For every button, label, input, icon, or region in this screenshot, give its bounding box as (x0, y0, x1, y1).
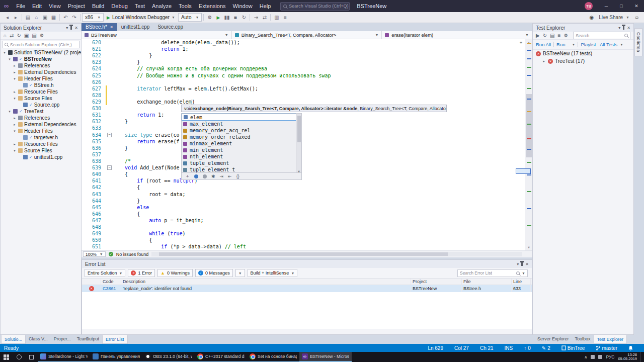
taskbar-app-2[interactable]: OBS 23.1.0 (64-bit, wi... (142, 352, 195, 362)
stop-icon[interactable]: ■ (231, 15, 239, 20)
navigate-back-icon[interactable]: ◂ (3, 15, 12, 20)
expander-icon[interactable]: ▾ (13, 129, 17, 133)
tree-item[interactable]: ▾Header Files (1, 128, 81, 134)
document-tab[interactable]: Source.cpp (153, 23, 187, 31)
tree-item[interactable]: ▾Header Files (1, 75, 81, 82)
horizontal-scrollbar[interactable] (151, 252, 522, 256)
code-line[interactable]: 635 return erase(f (82, 138, 532, 145)
menu-help[interactable]: Help (256, 0, 275, 12)
outgoing-commits-button[interactable]: ↑0 (524, 345, 531, 351)
undo-icon[interactable]: ↶ (61, 15, 70, 20)
breadcrumb-0[interactable]: BSTreeNew▼ (82, 31, 232, 39)
fold-icon[interactable]: − (107, 133, 112, 137)
breadcrumb-2[interactable]: erase(iterator elem)▼ (382, 31, 532, 39)
scrollbar-thumb[interactable] (526, 94, 532, 157)
code-line[interactable]: 641 if (root == nullptr) (82, 177, 532, 184)
filter-events-icon[interactable]: ⇤ (228, 174, 232, 179)
clock[interactable]: 13:28 05.05.2019 (618, 353, 637, 361)
warnings-toggle[interactable]: ▲ 0 Warnings (157, 269, 193, 277)
test-explorer-header[interactable]: Test Explorer ▾ ✕ (533, 24, 633, 32)
code-line[interactable]: 636 } (82, 145, 532, 151)
col-description[interactable]: Description (121, 279, 411, 285)
expander-icon[interactable]: ▸ (13, 123, 17, 127)
completion-item[interactable]: max_element (182, 121, 301, 127)
save-all-icon[interactable]: ▦ (49, 15, 58, 20)
filter-methods-icon[interactable]: ✱ (211, 174, 215, 179)
document-tab[interactable]: BStree.h*✕ (82, 23, 117, 31)
menu-build[interactable]: Build (89, 0, 108, 12)
taskbar-app-3[interactable]: C++2017 standard dr... (195, 352, 247, 362)
scope-combo[interactable]: Entire Solution ▼ (85, 269, 125, 277)
maximize-button[interactable]: □ (614, 0, 629, 12)
code-line[interactable]: 639− void Add_Leaf(Node (82, 164, 532, 171)
taskbar-search-button[interactable] (13, 352, 25, 362)
tree-item[interactable]: ✓unittest1.cpp (1, 154, 81, 160)
step-into-icon[interactable]: ⇥ (252, 15, 260, 20)
code-line[interactable]: 644 } (82, 198, 532, 204)
completion-item[interactable]: elem (182, 114, 301, 121)
expander-icon[interactable]: ▸ (13, 70, 17, 74)
completion-item[interactable]: min_element (182, 147, 301, 153)
filter-snippets-icon[interactable]: {} (236, 174, 239, 179)
code-line[interactable]: 647 auto p = it_begin; (82, 217, 532, 224)
split-window-icon[interactable]: + (518, 40, 524, 45)
feedback-icon[interactable]: ☺ (632, 15, 641, 20)
code-line[interactable]: 642 { (82, 184, 532, 191)
notifications-bell-icon[interactable] (628, 345, 633, 350)
collapse-all-icon[interactable]: ▣ (24, 33, 29, 38)
code-line[interactable]: 637 (82, 151, 532, 158)
zoom-combo[interactable]: 100% ▼ (83, 251, 106, 257)
code-line[interactable]: 632 } (82, 118, 532, 125)
close-button[interactable]: ✕ (629, 0, 644, 12)
test-tree-item[interactable]: ✕BSTreeNew (17 tests) (533, 50, 633, 57)
vertical-scrollbar[interactable]: ▲ ▼ (525, 39, 532, 250)
navigate-forward-icon[interactable]: ▸ (12, 15, 20, 20)
tree-item[interactable]: ▾✓BSTreeNew (1, 56, 81, 62)
error-search-box[interactable]: Search Error List ▼ (457, 269, 528, 277)
start-button[interactable] (0, 352, 13, 362)
expander-icon[interactable]: ▸ (13, 64, 17, 68)
code-line[interactable]: 626 (82, 79, 532, 85)
fold-icon[interactable]: − (107, 165, 112, 170)
completion-item[interactable]: memory_order_acq_rel (182, 127, 301, 134)
errors-toggle[interactable]: ✕ 1 Error (128, 269, 155, 277)
panel-tab-toolbox[interactable]: Toolbox (572, 335, 594, 344)
error-code-cell[interactable]: C3861 (101, 285, 121, 292)
panel-tab-proper-[interactable]: Proper... (51, 335, 74, 344)
error-list-header[interactable]: Error List ▾ ✕ (82, 260, 532, 268)
task-view-button[interactable] (25, 352, 38, 362)
code-line[interactable]: 633 (82, 125, 532, 131)
expander-icon[interactable]: ▸ (542, 59, 546, 63)
properties-icon[interactable]: ⚙ (40, 33, 44, 38)
live-share-button[interactable]: Live Share (599, 15, 623, 20)
tree-item[interactable]: ▸References (1, 115, 81, 121)
tree-item[interactable]: ▸Resource Files (1, 88, 81, 95)
menu-window[interactable]: Window (229, 0, 256, 12)
tree-item[interactable]: ✓Source.cpp (1, 102, 81, 108)
pin-icon[interactable] (521, 262, 523, 266)
solution-search-box[interactable]: Search Solution Explorer (Ctrl+;) (2, 41, 79, 48)
expander-icon[interactable]: ▾ (8, 110, 12, 114)
tree-item[interactable]: ▾Source Files (1, 147, 81, 154)
break-icon[interactable]: ▮▮ (222, 15, 231, 20)
volume-icon[interactable] (591, 355, 595, 359)
tree-item[interactable]: ✓targetver.h (1, 134, 81, 141)
panel-tab-error-list[interactable]: Error List (102, 335, 128, 344)
refresh-icon[interactable]: ↻ (17, 33, 21, 38)
hierarchy-icon[interactable]: ≡ (558, 33, 561, 38)
platform-combo[interactable]: x86 ▼ (82, 13, 104, 22)
col-code[interactable]: Code (101, 279, 121, 285)
tree-item[interactable]: ▸External Dependencies (1, 121, 81, 128)
test-link-0[interactable]: Run All (536, 42, 551, 47)
code-line[interactable]: 623 } (82, 59, 532, 65)
redo-icon[interactable]: ↷ (70, 15, 78, 20)
window-position-icon[interactable]: ▾ (66, 26, 68, 30)
minimize-button[interactable]: ─ (599, 0, 614, 12)
test-link-2[interactable]: Playlist : All Tests (581, 42, 617, 47)
group-by-icon[interactable]: ▤ (550, 33, 554, 38)
repo-button[interactable]: BinTree (561, 345, 585, 351)
pending-changes-button[interactable]: ✎2 (542, 345, 550, 351)
completion-item[interactable]: minmax_element (182, 140, 301, 147)
col-project[interactable]: Project (411, 279, 462, 285)
columns-filter-button[interactable]: ▼ (235, 269, 245, 277)
